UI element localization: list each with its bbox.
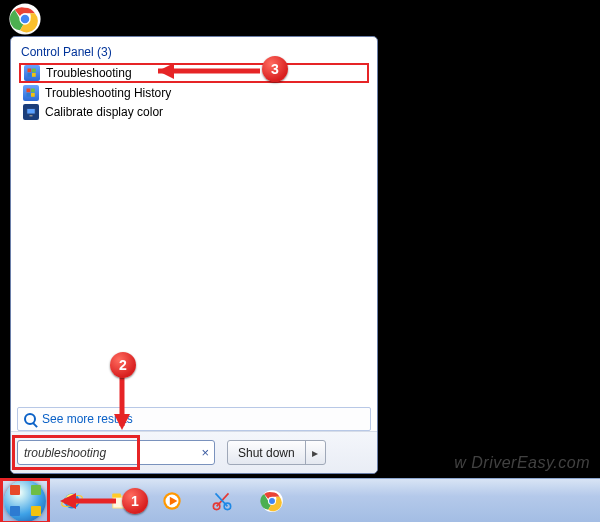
chrome-icon: [8, 2, 42, 36]
flag-icon: [23, 85, 39, 101]
start-button[interactable]: [4, 480, 46, 522]
svg-rect-9: [27, 93, 31, 97]
windows-media-player-icon[interactable]: [148, 483, 196, 519]
chrome-icon[interactable]: [248, 483, 296, 519]
svg-rect-12: [27, 109, 35, 114]
see-more-results[interactable]: See more results: [17, 407, 371, 431]
start-menu-spacer: [11, 122, 377, 407]
clear-search-icon[interactable]: ×: [201, 445, 209, 460]
svg-rect-3: [28, 69, 32, 73]
taskbar: [0, 478, 600, 522]
svg-rect-7: [27, 89, 31, 93]
result-calibrate-display-color[interactable]: Calibrate display color: [19, 103, 369, 121]
search-input[interactable]: [17, 440, 215, 465]
search-results: Troubleshooting Troubleshooting History …: [11, 63, 377, 122]
watermark: w DriverEasy.com: [454, 454, 590, 472]
result-troubleshooting[interactable]: Troubleshooting: [19, 63, 369, 83]
start-menu-bottom-row: × Shut down ▸: [11, 431, 377, 473]
result-label: Troubleshooting History: [45, 86, 171, 100]
shutdown-button[interactable]: Shut down: [228, 446, 305, 460]
start-button-wrap: [4, 480, 46, 522]
flag-icon: [24, 65, 40, 81]
svg-rect-4: [32, 69, 36, 73]
result-troubleshooting-history[interactable]: Troubleshooting History: [19, 84, 369, 102]
svg-rect-17: [112, 493, 121, 497]
start-menu: Control Panel (3) Troubleshooting Troubl…: [10, 36, 378, 474]
shutdown-button-group: Shut down ▸: [227, 440, 326, 465]
svg-rect-18: [113, 497, 130, 507]
category-header: Control Panel (3): [21, 45, 377, 59]
svg-rect-6: [32, 73, 36, 77]
snipping-tool-icon[interactable]: [198, 483, 246, 519]
svg-rect-10: [31, 93, 35, 97]
monitor-icon: [23, 104, 39, 120]
see-more-label: See more results: [42, 412, 133, 426]
search-icon: [24, 413, 36, 425]
internet-explorer-icon[interactable]: [48, 483, 96, 519]
shutdown-options-arrow[interactable]: ▸: [305, 441, 325, 464]
svg-rect-8: [31, 89, 35, 93]
svg-rect-13: [30, 115, 33, 117]
search-wrap: ×: [17, 440, 215, 465]
chrome-desktop-shortcut[interactable]: [8, 2, 42, 36]
svg-rect-5: [28, 73, 32, 77]
file-explorer-icon[interactable]: [98, 483, 146, 519]
black-background: [380, 0, 600, 478]
result-label: Troubleshooting: [46, 66, 132, 80]
result-label: Calibrate display color: [45, 105, 163, 119]
